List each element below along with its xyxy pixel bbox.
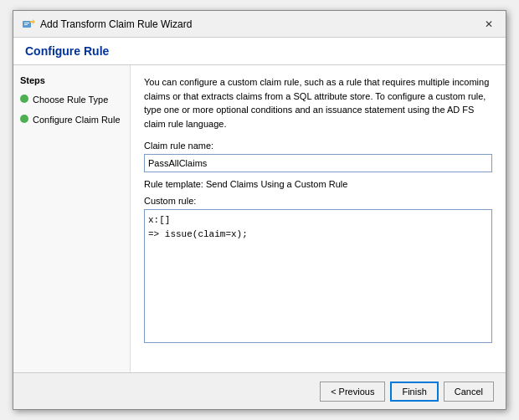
step-label-2: Configure Claim Rule [33,114,121,125]
description-text: You can configure a custom claim rule, s… [144,75,492,131]
steps-title: Steps [20,75,123,85]
step-item-1: Choose Rule Type [20,92,123,107]
step-label-1: Choose Rule Type [33,94,108,105]
claim-rule-name-input[interactable] [144,154,492,172]
step-item-2: Configure Claim Rule [20,112,123,127]
title-bar-left: Add Transform Claim Rule Wizard [22,18,192,31]
dialog-window: Add Transform Claim Rule Wizard ✕ Config… [13,10,506,410]
title-text: Add Transform Claim Rule Wizard [40,18,192,30]
finish-button[interactable]: Finish [390,382,438,402]
page-title: Configure Rule [25,44,494,58]
steps-panel: Steps Choose Rule Type Configure Claim R… [13,65,131,372]
claim-rule-name-label: Claim rule name: [144,141,492,151]
dialog-header: Configure Rule [13,38,506,65]
step-dot-2 [20,115,28,123]
title-bar: Add Transform Claim Rule Wizard ✕ [13,11,506,38]
wizard-icon [22,18,35,31]
step-dot-1 [20,95,28,103]
rule-template-text: Rule template: Send Claims Using a Custo… [144,179,492,189]
svg-rect-1 [24,23,29,23]
cancel-button[interactable]: Cancel [444,382,494,402]
custom-rule-textarea[interactable] [144,209,492,343]
dialog-body: Steps Choose Rule Type Configure Claim R… [13,65,506,372]
svg-rect-2 [24,24,28,25]
dialog-footer: < Previous Finish Cancel [13,372,506,409]
previous-button[interactable]: < Previous [320,382,385,402]
close-button[interactable]: ✕ [480,16,497,33]
custom-rule-label: Custom rule: [144,196,492,206]
main-panel: You can configure a custom claim rule, s… [131,65,506,372]
